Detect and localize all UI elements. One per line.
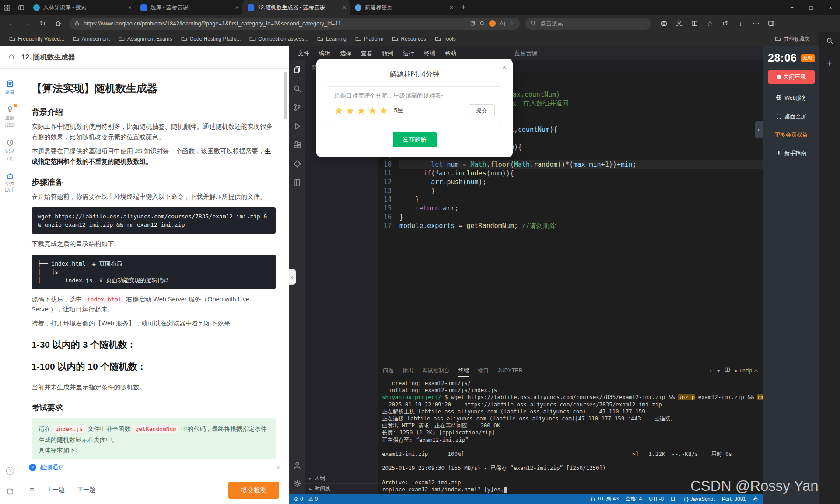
zoom-icon[interactable] xyxy=(480,21,485,26)
panel-tab-debug[interactable]: 调试控制台 xyxy=(422,364,450,377)
status-port[interactable]: Port: 8081 xyxy=(722,496,746,502)
bookmark-folder[interactable]: Tools xyxy=(431,34,460,45)
sidebar-add-icon[interactable]: + xyxy=(827,59,832,69)
home-icon[interactable] xyxy=(50,17,66,30)
search-icon[interactable] xyxy=(292,83,302,94)
vip-benefits-link[interactable]: 更多会员权益 xyxy=(768,131,815,139)
menu-item[interactable]: 文件 xyxy=(293,49,314,57)
tab-close-icon[interactable]: × xyxy=(235,4,239,11)
prev-problem-button[interactable]: 上一题 xyxy=(46,486,65,494)
beginner-guide-button[interactable]: 新手指南 xyxy=(768,150,815,157)
rewards-icon[interactable] xyxy=(489,20,496,27)
bookmark-folder[interactable]: Amusement xyxy=(69,34,114,45)
check-close-icon[interactable]: × xyxy=(276,464,280,472)
sidebar-expand-handle[interactable]: » xyxy=(755,121,763,138)
bookmark-folder[interactable]: Assignment Exams xyxy=(115,34,176,45)
settings-gear-icon[interactable] xyxy=(292,478,302,489)
run-debug-icon[interactable] xyxy=(292,121,302,131)
tab-list-icon[interactable] xyxy=(14,4,28,11)
panel-tab-output[interactable]: 输出 xyxy=(402,364,413,377)
bookmark-folder[interactable]: Competition assess... xyxy=(245,34,312,45)
bookmark-folder[interactable]: Code Hosting Platfo... xyxy=(177,34,245,45)
bookmark-folder[interactable]: Resources xyxy=(388,34,430,45)
expand-panel-icon[interactable] xyxy=(7,488,14,497)
terminal[interactable]: creating: exam12-imi/js/ inflating: exam… xyxy=(378,377,763,494)
favorite-star-icon[interactable]: ☆ xyxy=(509,20,514,27)
split-terminal-icon[interactable] xyxy=(724,367,730,374)
doc-home-icon[interactable] xyxy=(8,53,15,62)
panel-tab-terminal[interactable]: 终端 xyxy=(458,364,469,377)
bookmark-folder[interactable]: Learning xyxy=(313,34,350,45)
submit-check-button[interactable]: 提交检测 xyxy=(228,482,279,499)
menu-item[interactable]: 运行 xyxy=(398,49,419,57)
web-service-button[interactable]: Web服务 xyxy=(768,94,815,102)
minimize-button[interactable]: − xyxy=(782,0,802,15)
rail-item-tijie[interactable]: 题解 (282) xyxy=(1,105,19,128)
status-extra[interactable]: 布 xyxy=(753,495,758,503)
favorites-icon[interactable]: ☆ xyxy=(702,17,718,30)
browser-tab[interactable]: 东林知识库 - 搜索 × xyxy=(28,0,135,15)
star-icon[interactable]: ★ xyxy=(379,106,388,116)
status-encoding[interactable]: UTF-8 xyxy=(649,496,664,502)
panel-tab-problems[interactable]: 问题 xyxy=(383,364,394,377)
menu-item[interactable]: 选择 xyxy=(335,49,356,57)
menu-item[interactable]: 帮助 xyxy=(440,49,461,57)
close-button[interactable]: × xyxy=(821,0,840,15)
check-passed-link[interactable]: 检测通过 xyxy=(40,464,64,472)
tag-icon[interactable] xyxy=(292,158,302,169)
status-problems[interactable]: ⊘0 ⚠0 xyxy=(294,496,318,502)
chevron-down-icon[interactable]: ▾ xyxy=(717,368,720,374)
history-icon[interactable]: ↺ xyxy=(718,17,733,30)
split-screen-icon[interactable] xyxy=(687,17,702,30)
workspaces-icon[interactable] xyxy=(0,4,14,11)
star-icon[interactable]: ★ xyxy=(346,106,355,116)
forward-icon[interactable]: → xyxy=(20,17,35,30)
menu-item[interactable]: 终端 xyxy=(419,49,440,57)
browser-tab-active[interactable]: 12.随机数生成器 - 蓝桥云课 × xyxy=(242,0,350,15)
extensions-icon[interactable] xyxy=(292,140,302,150)
menu-item[interactable]: 查看 xyxy=(356,49,377,57)
publish-solution-button[interactable]: 发布题解 xyxy=(393,132,437,147)
translate-icon[interactable]: 文 xyxy=(672,17,687,30)
status-eol[interactable]: LF xyxy=(671,496,677,502)
doc-scrollbar[interactable] xyxy=(284,72,287,119)
help-icon[interactable]: ? xyxy=(6,467,14,475)
maximize-button[interactable]: □ xyxy=(802,0,821,15)
tab-close-icon[interactable]: × xyxy=(450,4,453,11)
status-language[interactable]: { }JavaScript xyxy=(684,496,714,502)
menu-item[interactable]: 转到 xyxy=(377,49,398,57)
more-icon[interactable]: ⋯ xyxy=(748,17,763,30)
star-icon[interactable]: ★ xyxy=(334,106,343,116)
explorer-icon[interactable] xyxy=(292,64,302,75)
new-tab-button[interactable]: + xyxy=(457,3,470,12)
bookmark-folder[interactable]: Frequently Visited... xyxy=(5,34,68,45)
panel-collapse-handle[interactable]: ‹ xyxy=(289,269,296,285)
modal-close-icon[interactable]: × xyxy=(502,63,507,72)
star-icon[interactable]: ★ xyxy=(357,106,366,116)
back-icon[interactable]: ← xyxy=(4,17,20,30)
refresh-icon[interactable]: ↻ xyxy=(35,17,50,30)
tab-close-icon[interactable]: × xyxy=(128,4,132,11)
next-problem-button[interactable]: 下一题 xyxy=(77,486,95,494)
read-aloud-icon[interactable]: A) xyxy=(500,20,505,27)
sidebar-icon[interactable] xyxy=(763,17,779,30)
timeline-section[interactable]: ▸ 时间线 xyxy=(305,483,378,494)
close-env-button[interactable]: 关闭环境 xyxy=(768,70,815,84)
source-control-icon[interactable] xyxy=(292,102,302,112)
fullscreen-button[interactable]: 桌面全屏 xyxy=(768,113,815,120)
new-terminal-icon[interactable]: + xyxy=(709,368,712,374)
browser-tab[interactable]: 题库 - 蓝桥云课 × xyxy=(135,0,242,15)
delay-badge[interactable]: 延时 xyxy=(801,54,815,62)
account-icon[interactable] xyxy=(292,460,302,470)
other-bookmarks[interactable]: 其他收藏夹 xyxy=(771,34,814,45)
terminal-process[interactable]: ▸unzip⚠ xyxy=(735,368,758,374)
menu-item[interactable]: 编辑 xyxy=(314,49,335,57)
tab-close-icon[interactable]: × xyxy=(343,4,346,11)
rail-item-assistant[interactable]: 学习助手 xyxy=(1,172,19,193)
notebook-icon[interactable] xyxy=(292,177,302,188)
browser-tab[interactable]: 新建标签页 × xyxy=(350,0,457,15)
downloads-icon[interactable]: ↓ xyxy=(733,17,748,30)
panel-tab-ports[interactable]: 端口 xyxy=(478,364,489,377)
in-page-bookmark-icon[interactable] xyxy=(470,21,476,26)
problem-list-icon[interactable]: ≡ xyxy=(30,486,34,494)
